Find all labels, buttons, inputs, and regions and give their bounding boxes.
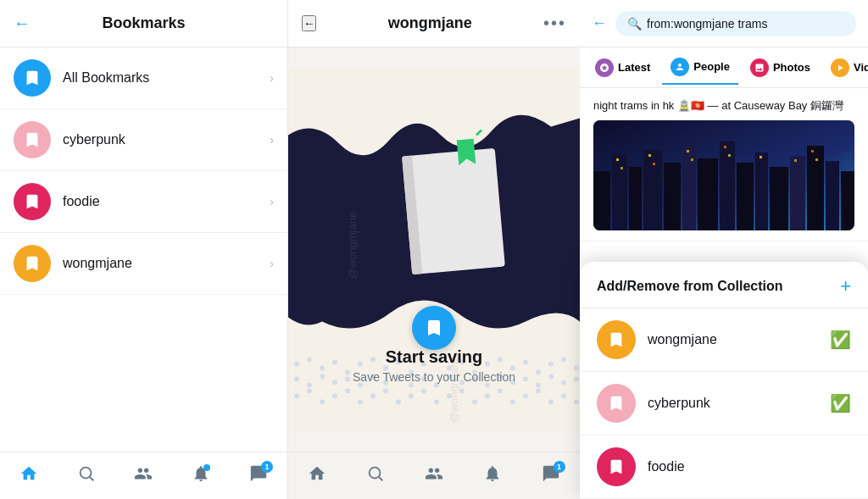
nav-home[interactable] [19, 464, 38, 488]
result-text: night trams in hk 🚊🇭🇰 — at Causeway Bay … [593, 99, 843, 112]
cyberpunk-check-icon: ✅ [830, 393, 851, 413]
svg-point-53 [345, 389, 350, 394]
search-header: ← 🔍 from:wongmjane trams [580, 0, 868, 47]
svg-point-70 [561, 394, 566, 399]
add-collection-button[interactable]: + [840, 275, 851, 297]
wongmjane-collection-icon [597, 320, 636, 359]
search-bar[interactable]: 🔍 from:wongmjane trams [615, 11, 856, 36]
svg-rect-98 [616, 158, 619, 161]
bookmarks-title: Bookmarks [102, 14, 185, 32]
svg-point-80 [370, 467, 381, 478]
svg-rect-96 [826, 161, 839, 230]
nav-search[interactable] [77, 464, 96, 488]
search-panel: ← 🔍 from:wongmjane trams Latest People P… [580, 0, 868, 499]
cyberpunk-collection-label: cyberpunk [648, 396, 818, 411]
svg-point-52 [332, 394, 337, 399]
svg-rect-89 [698, 158, 718, 230]
nav-notifications-2[interactable] [483, 464, 502, 488]
svg-rect-99 [620, 167, 623, 169]
foodie-label: foodie [63, 194, 270, 209]
chevron-icon: › [270, 133, 274, 147]
svg-point-56 [383, 389, 388, 394]
videos-tab-icon [831, 58, 849, 77]
tab-latest-label: Latest [618, 61, 650, 74]
wongmjane-collection-label: wongmjane [648, 332, 818, 347]
all-bookmarks-icon [14, 59, 51, 97]
bookmarks-back-button[interactable]: ← [14, 14, 31, 33]
chevron-icon: › [270, 195, 274, 208]
svg-rect-88 [682, 146, 696, 230]
nav-messages[interactable]: 1 [249, 464, 268, 488]
svg-rect-103 [691, 158, 693, 161]
svg-point-68 [536, 389, 541, 394]
tab-people[interactable]: People [662, 51, 738, 85]
start-saving-title: Start saving [288, 347, 580, 367]
search-result: night trams in hk 🚊🇭🇰 — at Causeway Bay … [580, 88, 868, 241]
svg-point-0 [80, 467, 91, 478]
svg-rect-87 [664, 163, 681, 230]
nav-people[interactable] [134, 464, 153, 488]
nav-messages-2[interactable]: 1 [542, 464, 560, 488]
list-item[interactable]: wongmjane › [0, 233, 287, 295]
collection-item-wongmjane[interactable]: wongmjane ✅ [580, 308, 868, 372]
svg-rect-106 [760, 156, 762, 158]
svg-point-63 [472, 400, 477, 405]
svg-rect-109 [815, 158, 818, 161]
wongmjane-label: wongmjane [63, 256, 270, 271]
svg-point-58 [409, 394, 414, 399]
svg-rect-83 [593, 171, 610, 230]
collection-item-foodie[interactable]: foodie [580, 435, 868, 499]
tweet-panel-title: wongmjane [388, 14, 472, 32]
nav-search-2[interactable] [366, 464, 385, 488]
modal-header: Add/Remove from Collection + [580, 262, 868, 308]
messages-badge: 1 [261, 461, 273, 473]
tab-photos[interactable]: Photos [742, 52, 819, 84]
search-back-button[interactable]: ← [592, 14, 607, 32]
svg-rect-94 [790, 156, 805, 230]
svg-rect-97 [841, 171, 854, 230]
tab-latest[interactable]: Latest [587, 52, 659, 84]
nav-home-2[interactable] [308, 464, 326, 488]
people-tab-icon [670, 58, 689, 76]
chevron-icon: › [270, 71, 274, 85]
svg-rect-102 [687, 150, 689, 152]
collection-item-cyberpunk[interactable]: cyberpunk ✅ [580, 372, 868, 435]
start-saving-area: Start saving Save Tweets to your Collect… [288, 347, 580, 384]
tweet-back-button[interactable]: ← [302, 15, 316, 31]
svg-rect-84 [612, 154, 627, 230]
cyberpunk-label: cyberpunk [63, 132, 270, 147]
bookmarks-header: ← Bookmarks [0, 0, 287, 47]
svg-point-49 [294, 394, 299, 399]
bookmark-list: All Bookmarks › cyberpunk › foodie › won… [0, 47, 287, 452]
svg-point-50 [307, 389, 312, 394]
nav-people-2[interactable] [425, 464, 443, 488]
svg-rect-100 [648, 154, 651, 157]
tab-videos[interactable]: Vide... [822, 52, 868, 84]
svg-rect-107 [794, 159, 797, 162]
svg-point-55 [370, 394, 376, 399]
tweet-panel: ← wongmjane ••• [288, 0, 580, 499]
tab-photos-label: Photos [773, 61, 810, 74]
tweet-art-area: @wongmjane @wongmjane Start saving Save … [288, 47, 580, 452]
more-options-button[interactable]: ••• [543, 14, 566, 33]
svg-point-57 [396, 400, 401, 405]
search-icon: 🔍 [627, 17, 642, 30]
list-item[interactable]: foodie › [0, 171, 287, 233]
svg-rect-91 [737, 163, 754, 230]
tab-videos-label: Vide... [854, 61, 868, 74]
collection-art: @wongmjane @wongmjane [288, 47, 580, 452]
svg-rect-85 [629, 167, 642, 230]
cyberpunk-icon [14, 121, 51, 158]
tweet-panel-header: ← wongmjane ••• [288, 0, 580, 47]
add-to-collection-fab[interactable] [412, 306, 456, 350]
tab-people-label: People [693, 60, 730, 73]
svg-rect-90 [720, 141, 735, 230]
search-query: from:wongmjane trams [647, 17, 767, 30]
wongmjane-check-icon: ✅ [830, 330, 851, 350]
latest-tab-icon [595, 58, 614, 77]
bottom-nav: 1 [0, 452, 287, 499]
search-tabs: Latest People Photos Vide... [580, 47, 868, 88]
list-item[interactable]: cyberpunk › [0, 109, 287, 171]
list-item[interactable]: All Bookmarks › [0, 47, 287, 109]
nav-notifications[interactable] [192, 464, 210, 488]
